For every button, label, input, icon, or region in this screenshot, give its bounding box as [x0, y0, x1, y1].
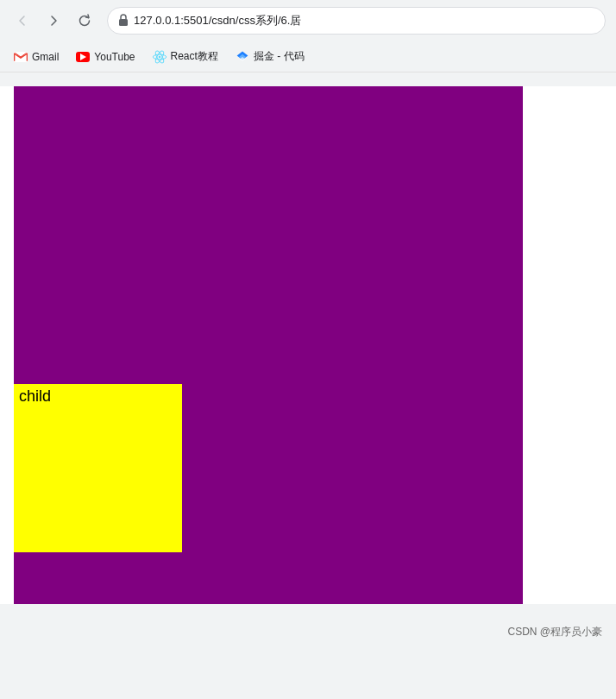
child-box: child — [14, 384, 182, 552]
browser-toolbar: 127.0.0.1:5501/csdn/css系列/6.居 — [0, 0, 616, 41]
yt-play-icon — [80, 54, 86, 60]
lock-icon — [118, 14, 129, 28]
gmail-label: Gmail — [32, 51, 59, 63]
youtube-icon — [76, 50, 90, 64]
juejin-icon — [236, 50, 249, 64]
forward-button[interactable] — [41, 9, 66, 33]
bookmarks-bar: Gmail YouTube React教程 — [0, 41, 616, 72]
footer-credit: CSDN @程序员小豪 — [0, 618, 616, 646]
credit-text: CSDN @程序员小豪 — [507, 626, 602, 638]
browser-chrome: 127.0.0.1:5501/csdn/css系列/6.居 — [0, 0, 616, 72]
youtube-label: YouTube — [94, 51, 135, 63]
back-button[interactable] — [10, 9, 35, 33]
react-icon — [153, 50, 167, 64]
address-bar[interactable]: 127.0.0.1:5501/csdn/css系列/6.居 — [107, 7, 606, 35]
bookmark-youtube[interactable]: YouTube — [69, 47, 141, 67]
page-content: child — [0, 86, 616, 604]
bookmark-juejin[interactable]: 掘金 - 代码 — [229, 46, 311, 67]
svg-rect-0 — [119, 19, 128, 26]
bookmark-gmail[interactable]: Gmail — [7, 47, 66, 67]
reload-button[interactable] — [72, 9, 97, 33]
address-text: 127.0.0.1:5501/csdn/css系列/6.居 — [134, 13, 301, 28]
juejin-label: 掘金 - 代码 — [254, 49, 305, 64]
nav-buttons — [10, 9, 97, 33]
child-label: child — [19, 387, 51, 406]
react-label: React教程 — [171, 49, 218, 64]
gmail-icon — [14, 50, 28, 64]
parent-container: child — [14, 86, 523, 604]
svg-point-6 — [158, 55, 160, 58]
bookmark-react[interactable]: React教程 — [146, 46, 225, 67]
